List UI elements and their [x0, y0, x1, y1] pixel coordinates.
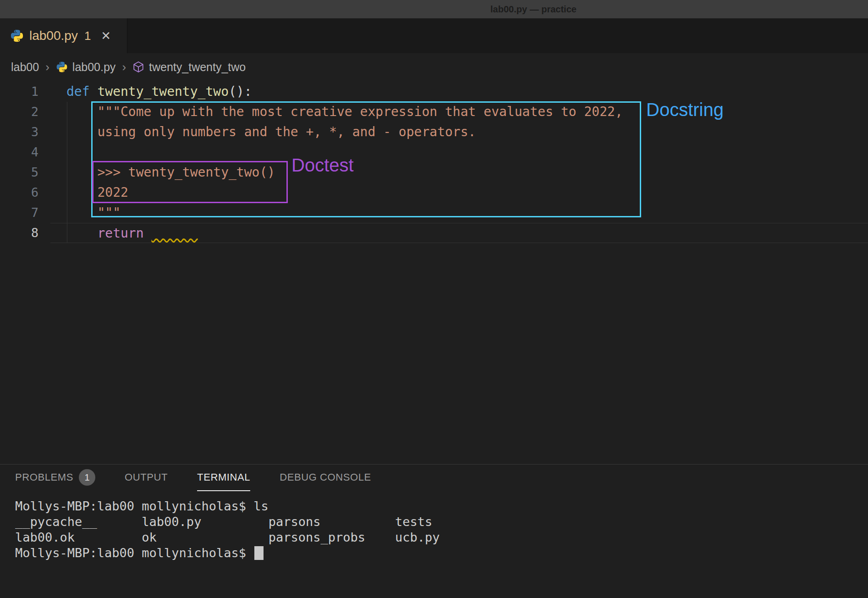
code-token: """Come up with the most creative expres… [66, 104, 623, 119]
panel-tab-label: TERMINAL [197, 471, 250, 483]
code-line[interactable]: 5 >>> twenty_twenty_two() [0, 162, 868, 183]
code-line[interactable]: 4 [0, 142, 868, 162]
terminal-line: __pycache__ lab00.py parsons tests [15, 514, 868, 530]
breadcrumb-item-file[interactable]: lab00.py [72, 61, 116, 74]
line-number[interactable]: 1 [0, 82, 50, 102]
close-tab-icon[interactable]: ✕ [101, 29, 111, 43]
tab-label: lab00.py [29, 28, 78, 43]
code-text [50, 142, 868, 162]
line-number[interactable]: 7 [0, 203, 50, 223]
breadcrumb: lab00 › lab00.py › twenty_twenty_two [0, 53, 868, 81]
line-number[interactable]: 2 [0, 102, 50, 122]
code-line[interactable]: 8 return [0, 223, 868, 243]
chevron-right-icon: › [120, 60, 128, 74]
panel-tab-problems[interactable]: PROBLEMS1 [15, 465, 95, 491]
terminal-cursor [254, 546, 264, 560]
code-text: using only numbers and the +, *, and - o… [50, 122, 868, 142]
code-text: """ [50, 203, 868, 223]
code-token: 2022 [66, 185, 128, 200]
line-number[interactable]: 5 [0, 162, 50, 183]
code-token: """ [66, 205, 121, 220]
panel-tab-label: PROBLEMS [15, 471, 73, 483]
problems-count-badge: 1 [79, 469, 95, 486]
code-token: using only numbers and the +, *, and - o… [66, 124, 476, 139]
code-token [144, 226, 152, 241]
code-line[interactable]: 7 """ [0, 203, 868, 223]
panel-tab-label: OUTPUT [125, 471, 168, 483]
line-number[interactable]: 6 [0, 183, 50, 203]
window-titlebar: lab00.py — practice [0, 0, 868, 18]
tab-dirty-count: 1 [84, 29, 91, 43]
code-text: >>> twenty_twenty_two() [50, 162, 868, 183]
code-line[interactable]: 2 """Come up with the most creative expr… [0, 102, 868, 122]
indent-guide [67, 102, 67, 243]
panel-tab-label: DEBUG CONSOLE [280, 471, 371, 483]
tab-lab00-py[interactable]: lab00.py 1 ✕ [0, 18, 127, 53]
code-token: def [66, 84, 97, 99]
vscode-window: lab00.py — practice lab00.py 1 ✕ lab00 ›… [0, 0, 868, 598]
breadcrumb-item-folder[interactable]: lab00 [11, 61, 39, 74]
window-title: lab00.py — practice [490, 4, 577, 15]
error-squiggle [151, 226, 198, 241]
panel-tab-debug-console[interactable]: DEBUG CONSOLE [280, 465, 371, 491]
python-icon [56, 61, 68, 73]
code-token: >>> twenty_twenty_two() [66, 165, 275, 180]
code-text: return [50, 223, 868, 243]
symbol-cube-icon [132, 61, 144, 73]
panel-tab-terminal[interactable]: TERMINAL [197, 465, 250, 491]
code-text: 2022 [50, 183, 868, 203]
editor-tab-bar: lab00.py 1 ✕ [0, 18, 868, 53]
chevron-right-icon: › [44, 60, 51, 74]
code-token: (): [229, 84, 252, 99]
panel-tab-bar: PROBLEMS1OUTPUTTERMINALDEBUG CONSOLE [0, 465, 868, 491]
code-text: """Come up with the most creative expres… [50, 102, 868, 122]
line-number[interactable]: 3 [0, 122, 50, 142]
python-icon [10, 29, 24, 43]
code-text: def twenty_twenty_two(): [50, 82, 868, 102]
terminal-line: lab00.ok ok parsons_probs ucb.py [15, 530, 868, 545]
code-token: twenty_twenty_two [97, 84, 229, 99]
terminal-line: Mollys-MBP:lab00 mollynicholas$ [15, 545, 868, 561]
code-line[interactable]: 6 2022 [0, 183, 868, 203]
line-number[interactable]: 4 [0, 142, 50, 162]
panel-tab-output[interactable]: OUTPUT [125, 465, 168, 491]
terminal-line: Mollys-MBP:lab00 mollynicholas$ ls [15, 498, 868, 514]
editor-lines: 1def twenty_twenty_two():2 """Come up wi… [0, 81, 868, 243]
code-token [66, 226, 97, 241]
code-line[interactable]: 3 using only numbers and the +, *, and -… [0, 122, 868, 142]
code-editor[interactable]: 1def twenty_twenty_two():2 """Come up wi… [0, 81, 868, 464]
terminal[interactable]: Mollys-MBP:lab00 mollynicholas$ ls__pyca… [0, 491, 868, 598]
line-number[interactable]: 8 [0, 223, 50, 243]
code-line[interactable]: 1def twenty_twenty_two(): [0, 82, 868, 102]
bottom-panel: PROBLEMS1OUTPUTTERMINALDEBUG CONSOLE Mol… [0, 464, 868, 598]
code-token: return [97, 226, 143, 241]
breadcrumb-item-symbol[interactable]: twenty_twenty_two [149, 61, 246, 74]
